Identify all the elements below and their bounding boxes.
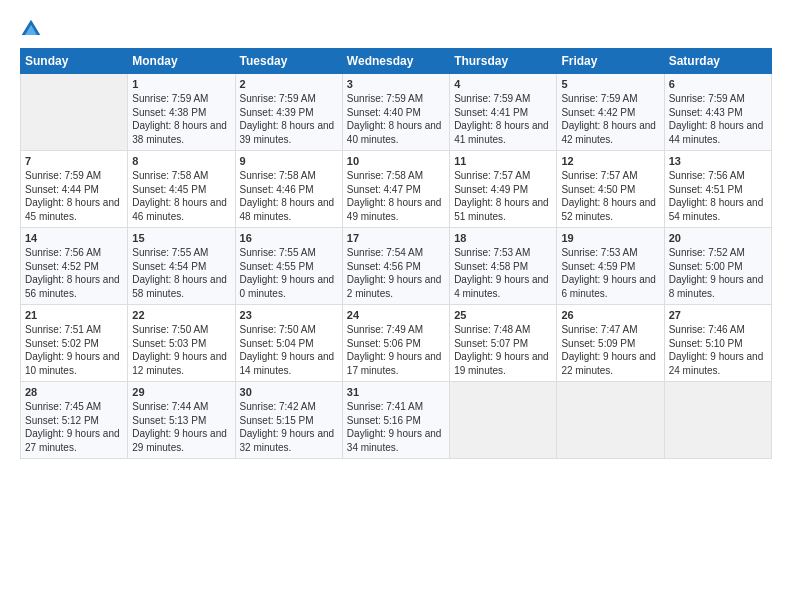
cell-info: Sunrise: 7:57 AM Sunset: 4:50 PM Dayligh… [561,169,659,223]
day-number: 29 [132,386,230,398]
calendar-cell: 30 Sunrise: 7:42 AM Sunset: 5:15 PM Dayl… [235,382,342,459]
calendar-week-row: 21 Sunrise: 7:51 AM Sunset: 5:02 PM Dayl… [21,305,772,382]
calendar-cell: 10 Sunrise: 7:58 AM Sunset: 4:47 PM Dayl… [342,151,449,228]
calendar-cell: 26 Sunrise: 7:47 AM Sunset: 5:09 PM Dayl… [557,305,664,382]
header-day: Wednesday [342,49,449,74]
day-number: 19 [561,232,659,244]
calendar-cell: 24 Sunrise: 7:49 AM Sunset: 5:06 PM Dayl… [342,305,449,382]
calendar-cell: 14 Sunrise: 7:56 AM Sunset: 4:52 PM Dayl… [21,228,128,305]
cell-info: Sunrise: 7:55 AM Sunset: 4:55 PM Dayligh… [240,246,338,300]
calendar-cell: 23 Sunrise: 7:50 AM Sunset: 5:04 PM Dayl… [235,305,342,382]
day-number: 4 [454,78,552,90]
cell-info: Sunrise: 7:51 AM Sunset: 5:02 PM Dayligh… [25,323,123,377]
calendar-cell: 9 Sunrise: 7:58 AM Sunset: 4:46 PM Dayli… [235,151,342,228]
calendar-week-row: 1 Sunrise: 7:59 AM Sunset: 4:38 PM Dayli… [21,74,772,151]
header-day: Tuesday [235,49,342,74]
calendar-cell: 12 Sunrise: 7:57 AM Sunset: 4:50 PM Dayl… [557,151,664,228]
cell-info: Sunrise: 7:55 AM Sunset: 4:54 PM Dayligh… [132,246,230,300]
calendar-page: SundayMondayTuesdayWednesdayThursdayFrid… [0,0,792,612]
cell-info: Sunrise: 7:50 AM Sunset: 5:04 PM Dayligh… [240,323,338,377]
header-day: Sunday [21,49,128,74]
calendar-cell: 11 Sunrise: 7:57 AM Sunset: 4:49 PM Dayl… [450,151,557,228]
day-number: 3 [347,78,445,90]
day-number: 31 [347,386,445,398]
header-day: Friday [557,49,664,74]
calendar-cell: 5 Sunrise: 7:59 AM Sunset: 4:42 PM Dayli… [557,74,664,151]
calendar-cell [664,382,771,459]
cell-info: Sunrise: 7:59 AM Sunset: 4:41 PM Dayligh… [454,92,552,146]
cell-info: Sunrise: 7:56 AM Sunset: 4:52 PM Dayligh… [25,246,123,300]
day-number: 17 [347,232,445,244]
day-number: 1 [132,78,230,90]
cell-info: Sunrise: 7:42 AM Sunset: 5:15 PM Dayligh… [240,400,338,454]
day-number: 2 [240,78,338,90]
day-number: 27 [669,309,767,321]
cell-info: Sunrise: 7:56 AM Sunset: 4:51 PM Dayligh… [669,169,767,223]
calendar-cell [21,74,128,151]
cell-info: Sunrise: 7:59 AM Sunset: 4:40 PM Dayligh… [347,92,445,146]
calendar-cell: 22 Sunrise: 7:50 AM Sunset: 5:03 PM Dayl… [128,305,235,382]
cell-info: Sunrise: 7:59 AM Sunset: 4:44 PM Dayligh… [25,169,123,223]
cell-info: Sunrise: 7:58 AM Sunset: 4:46 PM Dayligh… [240,169,338,223]
header-day: Monday [128,49,235,74]
day-number: 6 [669,78,767,90]
cell-info: Sunrise: 7:45 AM Sunset: 5:12 PM Dayligh… [25,400,123,454]
cell-info: Sunrise: 7:59 AM Sunset: 4:42 PM Dayligh… [561,92,659,146]
day-number: 26 [561,309,659,321]
calendar-week-row: 7 Sunrise: 7:59 AM Sunset: 4:44 PM Dayli… [21,151,772,228]
calendar-cell: 25 Sunrise: 7:48 AM Sunset: 5:07 PM Dayl… [450,305,557,382]
calendar-cell: 31 Sunrise: 7:41 AM Sunset: 5:16 PM Dayl… [342,382,449,459]
cell-info: Sunrise: 7:48 AM Sunset: 5:07 PM Dayligh… [454,323,552,377]
cell-info: Sunrise: 7:59 AM Sunset: 4:39 PM Dayligh… [240,92,338,146]
calendar-cell: 13 Sunrise: 7:56 AM Sunset: 4:51 PM Dayl… [664,151,771,228]
header-day: Saturday [664,49,771,74]
cell-info: Sunrise: 7:46 AM Sunset: 5:10 PM Dayligh… [669,323,767,377]
cell-info: Sunrise: 7:54 AM Sunset: 4:56 PM Dayligh… [347,246,445,300]
day-number: 18 [454,232,552,244]
calendar-cell: 28 Sunrise: 7:45 AM Sunset: 5:12 PM Dayl… [21,382,128,459]
day-number: 22 [132,309,230,321]
logo-icon [20,18,42,40]
calendar-cell: 19 Sunrise: 7:53 AM Sunset: 4:59 PM Dayl… [557,228,664,305]
cell-info: Sunrise: 7:41 AM Sunset: 5:16 PM Dayligh… [347,400,445,454]
calendar-cell [557,382,664,459]
cell-info: Sunrise: 7:47 AM Sunset: 5:09 PM Dayligh… [561,323,659,377]
day-number: 21 [25,309,123,321]
day-number: 20 [669,232,767,244]
cell-info: Sunrise: 7:59 AM Sunset: 4:43 PM Dayligh… [669,92,767,146]
calendar-table: SundayMondayTuesdayWednesdayThursdayFrid… [20,48,772,459]
cell-info: Sunrise: 7:52 AM Sunset: 5:00 PM Dayligh… [669,246,767,300]
cell-info: Sunrise: 7:49 AM Sunset: 5:06 PM Dayligh… [347,323,445,377]
calendar-cell: 27 Sunrise: 7:46 AM Sunset: 5:10 PM Dayl… [664,305,771,382]
header-day: Thursday [450,49,557,74]
day-number: 25 [454,309,552,321]
cell-info: Sunrise: 7:53 AM Sunset: 4:59 PM Dayligh… [561,246,659,300]
calendar-cell: 18 Sunrise: 7:53 AM Sunset: 4:58 PM Dayl… [450,228,557,305]
calendar-cell: 4 Sunrise: 7:59 AM Sunset: 4:41 PM Dayli… [450,74,557,151]
calendar-cell: 1 Sunrise: 7:59 AM Sunset: 4:38 PM Dayli… [128,74,235,151]
day-number: 8 [132,155,230,167]
calendar-cell: 3 Sunrise: 7:59 AM Sunset: 4:40 PM Dayli… [342,74,449,151]
day-number: 5 [561,78,659,90]
day-number: 11 [454,155,552,167]
cell-info: Sunrise: 7:59 AM Sunset: 4:38 PM Dayligh… [132,92,230,146]
cell-info: Sunrise: 7:44 AM Sunset: 5:13 PM Dayligh… [132,400,230,454]
calendar-week-row: 28 Sunrise: 7:45 AM Sunset: 5:12 PM Dayl… [21,382,772,459]
calendar-cell: 21 Sunrise: 7:51 AM Sunset: 5:02 PM Dayl… [21,305,128,382]
day-number: 10 [347,155,445,167]
day-number: 9 [240,155,338,167]
cell-info: Sunrise: 7:53 AM Sunset: 4:58 PM Dayligh… [454,246,552,300]
calendar-cell: 2 Sunrise: 7:59 AM Sunset: 4:39 PM Dayli… [235,74,342,151]
calendar-cell [450,382,557,459]
calendar-cell: 8 Sunrise: 7:58 AM Sunset: 4:45 PM Dayli… [128,151,235,228]
day-number: 14 [25,232,123,244]
day-number: 7 [25,155,123,167]
header-row: SundayMondayTuesdayWednesdayThursdayFrid… [21,49,772,74]
day-number: 30 [240,386,338,398]
calendar-cell: 16 Sunrise: 7:55 AM Sunset: 4:55 PM Dayl… [235,228,342,305]
calendar-cell: 29 Sunrise: 7:44 AM Sunset: 5:13 PM Dayl… [128,382,235,459]
page-header [20,18,772,40]
cell-info: Sunrise: 7:58 AM Sunset: 4:45 PM Dayligh… [132,169,230,223]
day-number: 28 [25,386,123,398]
calendar-cell: 7 Sunrise: 7:59 AM Sunset: 4:44 PM Dayli… [21,151,128,228]
